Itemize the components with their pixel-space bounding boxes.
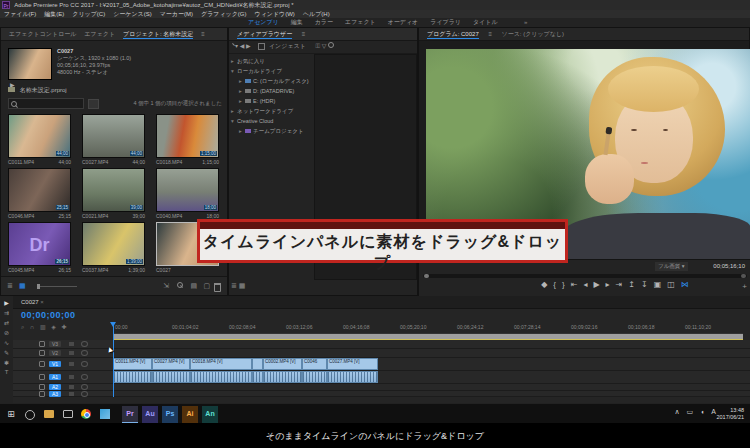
track-lock-icon[interactable]	[39, 391, 45, 397]
tree-item[interactable]: ▾Creative Cloud	[231, 116, 311, 126]
track-output-icon[interactable]	[81, 391, 88, 397]
menu-item-H[interactable]: ヘルプ(H)	[303, 11, 330, 17]
track-output-icon[interactable]	[81, 341, 88, 347]
timeline-clip[interactable]	[263, 371, 302, 383]
timeline-mini-toolbar[interactable]: ⌕ ∩ ▥ ◈ ✚	[21, 323, 69, 331]
timeline-ruler[interactable]: 00;0000;01;04;0200;02;08;0400;03;12;0600…	[113, 322, 743, 334]
playhead[interactable]	[113, 322, 114, 397]
button-editor-icon[interactable]: +	[742, 282, 747, 291]
menu-item-S[interactable]: シーケンス(S)	[113, 11, 152, 17]
clip-thumbnail[interactable]: 39;00	[82, 168, 145, 212]
taskbar-app-Ps[interactable]: Ps	[162, 406, 178, 423]
ripple-edit-tool[interactable]: ⇄	[0, 319, 13, 326]
clip-thumbnail[interactable]: 44;00	[82, 114, 145, 158]
track-enable-icon[interactable]	[69, 342, 74, 346]
track-lock-icon[interactable]	[39, 374, 45, 380]
track-target-button[interactable]: A2	[49, 384, 61, 390]
tree-item[interactable]: ▾ローカルドライブ	[231, 66, 311, 76]
track-output-icon[interactable]	[81, 374, 88, 380]
playback-quality-dropdown[interactable]: フル画質 ▾	[655, 262, 688, 271]
clip-thumbnail[interactable]: 44;00	[8, 114, 71, 158]
chrome-icon[interactable]	[81, 409, 91, 419]
extract-icon[interactable]: ↧	[641, 280, 648, 289]
menu-item-F[interactable]: ファイル(F)	[4, 11, 36, 17]
track-row-A2[interactable]: A2	[13, 384, 750, 391]
find-icon[interactable]	[177, 282, 183, 289]
taskbar-app-Ai[interactable]: Ai	[182, 406, 198, 423]
go-to-in-icon[interactable]: ⇤	[571, 280, 578, 289]
track-enable-icon[interactable]	[69, 385, 74, 389]
panel-tab[interactable]: プロジェクト: 名称未設定	[123, 31, 193, 39]
thumbnail-zoom-slider[interactable]	[37, 286, 77, 287]
tab-program-monitor[interactable]: プログラム: C0027	[427, 31, 479, 39]
timeline-clip[interactable]	[152, 371, 190, 383]
icon-view-icon[interactable]: ▦	[19, 282, 26, 290]
tree-item[interactable]: ▸D: (DATADRIVE)	[231, 86, 311, 96]
tree-item[interactable]: ▸E: (HDR)	[231, 96, 311, 106]
menu-item-E[interactable]: 編集(E)	[44, 11, 64, 17]
timeline-clip[interactable]: C0002.MP4 [V]	[263, 358, 302, 370]
track-output-icon[interactable]	[81, 384, 88, 390]
media-browser-view-icons[interactable]: ≣ ▦	[231, 282, 245, 290]
clip-thumbnail[interactable]: 25;15	[8, 168, 71, 212]
track-output-icon[interactable]	[81, 350, 88, 356]
volume-icon[interactable]: ◖	[700, 408, 704, 415]
photos-icon[interactable]	[100, 409, 110, 419]
clip-thumbnail[interactable]: 18;00	[156, 168, 219, 212]
workspace-tab[interactable]: ライブラリ	[430, 19, 461, 25]
clip-thumbnail[interactable]: Dr26;15	[8, 222, 71, 266]
timeline-clip[interactable]: C0011.MP4 [V]	[113, 358, 152, 370]
start-button[interactable]	[5, 408, 17, 420]
new-item-icon[interactable]: ▢	[203, 282, 210, 290]
type-tool[interactable]: T	[0, 369, 13, 375]
panel-tab[interactable]: エフェクト	[84, 31, 115, 37]
tree-item[interactable]: ▸C: (ローカルディスク)	[231, 76, 311, 86]
hand-tool[interactable]: ✱	[0, 359, 13, 366]
cortana-icon[interactable]	[25, 410, 35, 420]
timeline-clip[interactable]: C0027.MP4 [V]	[327, 358, 378, 370]
pen-tool[interactable]: ✎	[0, 349, 13, 356]
clip-cell[interactable]: Dr26;15C0045.MP426;15	[8, 222, 71, 273]
tab-source-monitor[interactable]: ソース: (クリップなし)	[502, 31, 564, 37]
file-explorer-icon[interactable]	[44, 410, 54, 418]
project-search-input[interactable]	[8, 98, 84, 109]
track-target-button[interactable]: V1	[49, 361, 61, 367]
clip-cell[interactable]: 1;39;00C0037.MP41;39;00	[82, 222, 145, 273]
timeline-timecode[interactable]: 00;00;00;00	[21, 310, 76, 320]
clip-cell[interactable]: 44;00C0011.MP444;00	[8, 114, 71, 165]
track-row-A3[interactable]: A3	[13, 391, 750, 397]
workspace-tab[interactable]: カラー	[315, 19, 333, 25]
ingest-checkbox[interactable]	[258, 43, 265, 50]
workspace-tab[interactable]: エフェクト	[345, 19, 376, 25]
clip-cell[interactable]: 39;00C0021.MP439;00	[82, 168, 145, 219]
go-to-out-icon[interactable]: ⇥	[616, 280, 623, 289]
workspace-tab[interactable]: タイトル	[473, 19, 498, 25]
timeline-clip[interactable]	[327, 371, 378, 383]
selection-tool[interactable]: ▶	[0, 299, 13, 306]
preview-thumbnail[interactable]: ▶	[8, 48, 52, 80]
track-enable-icon[interactable]	[69, 375, 74, 379]
proportional-trim-icon[interactable]: ⋈	[681, 280, 689, 289]
search-icon[interactable]	[328, 43, 334, 49]
back-icon[interactable]: ◀	[240, 43, 245, 49]
automate-to-sequence-icon[interactable]: ⇲	[163, 282, 169, 290]
clip-cell[interactable]: 1;15;00C0018.MP41;15;00	[156, 114, 219, 165]
track-target-button[interactable]: A3	[49, 391, 61, 397]
filter-icon[interactable]: ▽	[322, 43, 327, 49]
panel-menu-icon[interactable]: ≡	[488, 31, 492, 37]
timeline-sequence-tab[interactable]: C0027 ×	[21, 299, 44, 305]
zoom-handle[interactable]	[741, 274, 746, 278]
ime-indicator[interactable]: A	[711, 408, 716, 415]
workspace-tab[interactable]: 編集	[291, 19, 303, 25]
timeline-clip[interactable]: C0027.MP4 [V]	[152, 358, 190, 370]
track-target-button[interactable]: V2	[49, 350, 61, 356]
program-scrubber[interactable]	[423, 274, 747, 278]
track-row-V2[interactable]: V2	[13, 349, 750, 358]
tree-item[interactable]: ▸チームプロジェクト	[231, 126, 311, 136]
taskbar-clock[interactable]: 13:48 2017/06/21	[716, 407, 744, 421]
panel-tab[interactable]: エフェクトコントロール	[9, 31, 76, 37]
track-select-tool[interactable]: ⇉	[0, 309, 13, 316]
track-target-button[interactable]: V3	[49, 341, 61, 347]
clip-thumbnail[interactable]: 1;15;00	[156, 114, 219, 158]
project-bin-row[interactable]: 名称未設定.prproj	[8, 86, 67, 95]
